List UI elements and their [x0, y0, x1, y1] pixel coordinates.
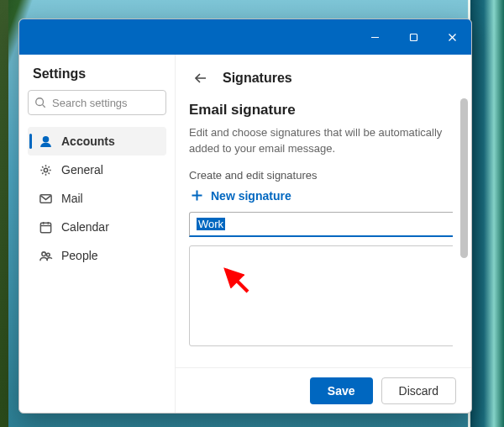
search-settings-field[interactable] [28, 90, 166, 115]
content-scrollbar[interactable] [460, 98, 468, 357]
sidebar-item-label: Mail [61, 192, 83, 205]
search-input[interactable] [28, 90, 166, 115]
discard-button[interactable]: Discard [381, 377, 456, 404]
svg-rect-1 [410, 34, 417, 40]
people-icon [38, 248, 53, 263]
page-title: Signatures [223, 71, 292, 86]
section-description: Edit and choose signatures that will be … [189, 125, 453, 157]
section-title: Email signature [189, 102, 453, 119]
svg-point-7 [44, 168, 47, 171]
back-button[interactable] [189, 66, 213, 90]
signature-body-editor[interactable] [189, 245, 453, 346]
main-panel: Signatures Email signature Edit and choo… [176, 55, 471, 413]
mail-icon [38, 191, 53, 206]
minimize-button[interactable] [355, 19, 394, 55]
plus-icon [189, 188, 204, 203]
calendar-icon [38, 219, 53, 235]
svg-point-14 [46, 253, 50, 256]
main-header: Signatures [176, 55, 471, 97]
sidebar-item-mail[interactable]: Mail [28, 184, 166, 213]
person-icon [38, 134, 53, 149]
sidebar: Settings Accounts Genera [19, 55, 176, 413]
footer-actions: Save Discard [176, 367, 471, 413]
sidebar-item-people[interactable]: People [28, 241, 166, 270]
minimize-icon [370, 33, 380, 42]
signature-name-input[interactable]: Work [189, 212, 453, 237]
svg-point-4 [36, 98, 44, 106]
scrollbar-thumb[interactable] [460, 98, 468, 258]
maximize-button[interactable] [394, 19, 433, 55]
save-button[interactable]: Save [310, 377, 373, 404]
svg-point-6 [43, 136, 48, 141]
svg-point-13 [41, 251, 45, 256]
section-subheading: Create and edit signatures [189, 169, 453, 182]
sidebar-item-calendar[interactable]: Calendar [28, 213, 166, 241]
sidebar-item-general[interactable]: General [28, 156, 166, 184]
sidebar-item-accounts[interactable]: Accounts [28, 127, 166, 156]
sidebar-item-label: People [61, 249, 98, 262]
sidebar-item-label: Accounts [61, 134, 115, 148]
svg-rect-9 [40, 223, 50, 232]
svg-line-5 [43, 105, 45, 108]
new-signature-button[interactable]: New signature [189, 188, 453, 203]
signature-name-value: Work [197, 218, 225, 230]
sidebar-item-label: Calendar [61, 220, 109, 234]
arrow-left-icon [193, 71, 208, 86]
sidebar-title: Settings [28, 66, 166, 82]
gear-icon [38, 162, 53, 177]
close-button[interactable] [433, 19, 471, 55]
title-bar [19, 19, 471, 55]
sidebar-item-label: General [61, 163, 103, 177]
content-scroll-area: Email signature Edit and choose signatur… [189, 102, 453, 367]
search-icon [34, 97, 46, 108]
close-icon [448, 33, 457, 42]
new-signature-label: New signature [211, 189, 291, 203]
sidebar-nav: Accounts General Mail [28, 127, 166, 270]
maximize-icon [409, 33, 418, 42]
settings-window: Settings Accounts Genera [18, 18, 472, 414]
